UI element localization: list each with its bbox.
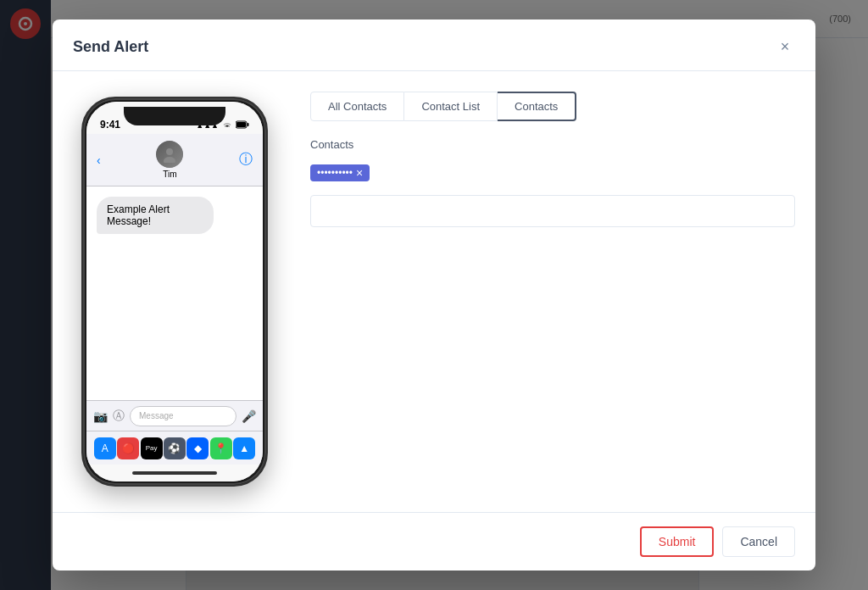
contact-tag-remove-button[interactable]: × — [356, 167, 363, 179]
right-content-panel: All Contacts Contact List Contacts Conta… — [310, 92, 795, 492]
send-alert-modal: Send Alert × 9:41 ▲▲▲ — [53, 19, 815, 571]
contact-tag: •••••••••• × — [310, 164, 370, 181]
phone-preview: 9:41 ▲▲▲ — [73, 92, 276, 492]
phone-notch — [124, 107, 225, 125]
phone-message-bubble: Example Alert Message! — [97, 197, 214, 234]
phone-ball-icon: ⚽ — [164, 437, 186, 459]
svg-point-5 — [166, 148, 173, 155]
modal-footer: Submit Cancel — [53, 512, 815, 571]
tab-bar: All Contacts Contact List Contacts — [310, 92, 795, 121]
phone-contact-info: Tim — [156, 141, 183, 179]
tab-contacts[interactable]: Contacts — [498, 92, 576, 121]
phone-avatar — [156, 141, 183, 168]
contacts-tags-container: •••••••••• × — [310, 159, 795, 186]
phone-camera-icon: 📷 — [93, 409, 108, 423]
contacts-label: Contacts — [310, 138, 795, 151]
phone-time: 9:41 — [100, 119, 120, 131]
wifi-icon — [222, 120, 232, 131]
cancel-button[interactable]: Cancel — [722, 526, 795, 557]
tab-contact-list[interactable]: Contact List — [404, 92, 498, 121]
tab-all-contacts[interactable]: All Contacts — [310, 92, 404, 121]
contacts-section: Contacts •••••••••• × — [310, 138, 795, 227]
svg-rect-4 — [236, 122, 246, 127]
phone-mockup: 9:41 ▲▲▲ — [81, 97, 268, 487]
phone-appstore-icon: A — [94, 437, 116, 459]
phone-imessage-header: ‹ Tim — [86, 134, 263, 186]
contact-tag-value: •••••••••• — [317, 167, 353, 179]
phone-maps-icon: 📍 — [210, 437, 232, 459]
svg-point-6 — [164, 157, 175, 163]
phone-message-input: Message — [130, 406, 236, 426]
battery-icon — [236, 120, 249, 131]
phone-contact-name: Tim — [163, 170, 176, 179]
phone-fire-icon: 🔴 — [117, 437, 139, 459]
modal-overlay: Send Alert × 9:41 ▲▲▲ — [0, 0, 868, 590]
modal-title: Send Alert — [73, 38, 148, 56]
contacts-search-input[interactable] — [310, 195, 795, 227]
phone-home-bar — [132, 471, 217, 475]
svg-rect-3 — [248, 123, 249, 126]
phone-triangle-icon: ▲ — [233, 437, 255, 459]
phone-apps-icon: Ⓐ — [113, 409, 125, 424]
phone-dropbox-icon: ◆ — [186, 437, 209, 459]
phone-back-button: ‹ — [97, 153, 101, 167]
phone-messages: Example Alert Message! — [86, 186, 263, 400]
phone-input-bar: 📷 Ⓐ Message 🎤 — [86, 400, 263, 431]
phone-mic-icon: 🎤 — [242, 409, 256, 423]
phone-applepay-icon: Pay — [141, 437, 163, 459]
phone-info-button: ⓘ — [239, 151, 253, 169]
modal-body: 9:41 ▲▲▲ — [53, 71, 815, 512]
phone-app-bar: A 🔴 Pay ⚽ ◆ — [86, 431, 263, 465]
submit-button[interactable]: Submit — [640, 526, 715, 557]
phone-screen: 9:41 ▲▲▲ — [86, 102, 263, 481]
modal-header: Send Alert × — [53, 19, 815, 71]
phone-avatar-image — [156, 141, 183, 168]
close-button[interactable]: × — [775, 36, 795, 57]
phone-home-indicator — [86, 465, 263, 481]
